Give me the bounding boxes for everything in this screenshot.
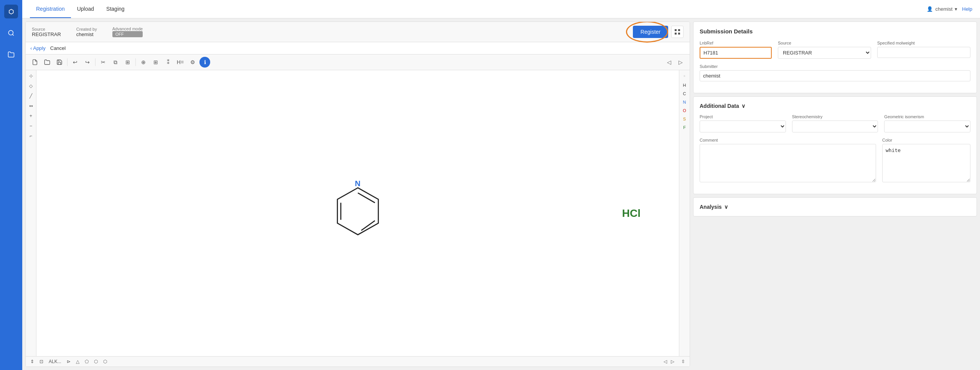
stereo-btn[interactable]: ⊳ xyxy=(65,358,72,365)
prev-btn[interactable]: ◁ xyxy=(664,57,674,68)
search-icon[interactable] xyxy=(4,26,18,40)
folder-icon[interactable] xyxy=(4,48,18,61)
bond-type-btn[interactable]: ⊡ xyxy=(38,358,45,365)
molweight-input[interactable] xyxy=(877,47,970,58)
redo-btn[interactable]: ↪ xyxy=(82,57,93,68)
register-button[interactable]: Register xyxy=(633,26,668,38)
next-btn[interactable]: ▷ xyxy=(675,57,686,68)
chain-tool[interactable]: ↭ xyxy=(27,102,35,110)
toolbar-divider-3 xyxy=(135,58,136,66)
submitter-group: Submitter xyxy=(700,64,970,81)
toolbar-divider-1 xyxy=(67,58,68,66)
app-logo: ⬡ xyxy=(4,5,18,18)
svg-rect-2 xyxy=(675,29,677,31)
help-link[interactable]: Help xyxy=(962,6,972,12)
submitter-label: Submitter xyxy=(700,64,970,69)
select-tool[interactable]: ⊹ xyxy=(27,72,35,80)
settings-btn[interactable]: ⚙ xyxy=(187,57,198,68)
stereo-select[interactable] xyxy=(792,121,878,132)
cancel-button[interactable]: Cancel xyxy=(50,45,66,51)
apply-cancel-bar: ‹ Apply Cancel xyxy=(26,42,690,55)
element-F[interactable]: F xyxy=(683,124,686,131)
sidebar: ⬡ xyxy=(0,0,22,370)
additional-row-2: Comment Color white xyxy=(700,138,970,182)
created-by-field: Created by chemist xyxy=(76,27,97,37)
element-C[interactable]: C xyxy=(683,90,686,97)
canvas-nav: ◁ ▷ xyxy=(662,358,676,365)
zoom-btn[interactable]: ⊕ xyxy=(138,57,149,68)
content-area: Source REGISTRAR Created by chemist Adva… xyxy=(22,18,980,370)
svg-line-7 xyxy=(358,193,375,203)
project-select[interactable] xyxy=(700,121,786,132)
analysis-title[interactable]: Analysis ∨ xyxy=(700,204,728,210)
new-file-btn[interactable] xyxy=(30,57,40,68)
svg-text:N: N xyxy=(355,179,360,187)
ring3-btn[interactable]: △ xyxy=(74,358,81,365)
apply-button[interactable]: ‹ Apply xyxy=(30,45,46,51)
layout-btn[interactable]: ⊞ xyxy=(150,57,161,68)
arrange-btn[interactable]: ⇕ xyxy=(29,358,36,365)
plus-tool[interactable]: + xyxy=(27,112,35,120)
lnbref-label: LnbRef xyxy=(700,41,772,45)
element-H[interactable]: H xyxy=(683,82,686,89)
analysis-title-text: Analysis xyxy=(700,204,722,210)
open-file-btn[interactable] xyxy=(42,57,53,68)
save-btn[interactable] xyxy=(54,57,65,68)
tab-registration[interactable]: Registration xyxy=(30,0,71,18)
svg-line-1 xyxy=(12,34,13,35)
undo-btn[interactable]: ↩ xyxy=(70,57,81,68)
info-btn[interactable]: ℹ xyxy=(199,57,210,68)
stereo-group: Stereochemistry xyxy=(792,114,878,132)
source-select[interactable]: REGISTRAR OTHER xyxy=(778,47,871,59)
advanced-mode-toggle[interactable]: OFF xyxy=(112,31,143,37)
clean-btn[interactable]: ⁑ xyxy=(163,57,173,68)
ring7-btn[interactable]: ⬡ xyxy=(102,358,109,365)
dropdown-icon[interactable]: ▾ xyxy=(955,6,957,12)
canvas-next[interactable]: ▷ xyxy=(669,358,676,365)
editor-area: ⊹ ◇ ╱ ↭ + − ⌐ xyxy=(26,70,690,356)
molecule-canvas[interactable]: N HCl xyxy=(36,70,679,356)
submission-details-section: Submission Details LnbRef Source REGISTR… xyxy=(693,21,977,93)
molecule-drawing: N xyxy=(304,175,412,252)
tab-staging[interactable]: Staging xyxy=(100,0,130,18)
minus-tool[interactable]: − xyxy=(27,122,35,130)
element-palette: ⁘ H C N O S F xyxy=(679,70,690,356)
element-S[interactable]: S xyxy=(683,116,686,122)
canvas-prev[interactable]: ◁ xyxy=(662,358,669,365)
element-O[interactable]: O xyxy=(683,107,686,114)
nav-tabs: Registration Upload Staging xyxy=(30,0,131,18)
tool-sidebar: ⊹ ◇ ╱ ↭ + − ⌐ xyxy=(26,70,36,356)
dots-tool[interactable]: ⁘ xyxy=(680,72,689,80)
text-btn[interactable]: H= xyxy=(175,57,186,68)
toolbar-divider-2 xyxy=(95,58,96,66)
erase-tool[interactable]: ◇ xyxy=(27,82,35,90)
tab-upload[interactable]: Upload xyxy=(71,0,100,18)
cut-btn[interactable]: ✂ xyxy=(98,57,109,68)
bond-tool[interactable]: ╱ xyxy=(27,92,35,100)
additional-title[interactable]: Additional Data ∨ xyxy=(700,103,970,109)
bracket-tool[interactable]: ⌐ xyxy=(27,132,35,140)
svg-rect-4 xyxy=(675,33,677,35)
canvas-scroll[interactable]: ⇳ xyxy=(680,358,687,365)
comment-label: Comment xyxy=(700,138,876,142)
comment-group: Comment xyxy=(700,138,876,182)
source-value: REGISTRAR xyxy=(32,31,61,37)
ring5-btn[interactable]: ⬠ xyxy=(83,358,90,365)
svg-rect-3 xyxy=(678,29,680,31)
submitter-input[interactable] xyxy=(700,70,970,81)
molweight-label: Specified molweight xyxy=(877,41,970,45)
copy-btn[interactable]: ⧉ xyxy=(110,57,121,68)
analysis-header: Analysis ∨ xyxy=(700,204,970,210)
color-textarea[interactable]: white xyxy=(882,144,970,182)
additional-data-section: Additional Data ∨ Project Stereochemistr… xyxy=(693,96,977,194)
paste-btn[interactable]: ⊞ xyxy=(122,57,133,68)
register-area: Register xyxy=(633,26,684,38)
element-N[interactable]: N xyxy=(683,99,686,106)
alkene-btn[interactable]: ALK... xyxy=(47,358,63,365)
grid-options-button[interactable] xyxy=(671,26,684,38)
lnbref-input[interactable] xyxy=(700,47,772,59)
additional-title-text: Additional Data xyxy=(700,103,739,109)
comment-textarea[interactable] xyxy=(700,144,876,182)
ring6-btn[interactable]: ⬡ xyxy=(92,358,99,365)
geo-select[interactable] xyxy=(884,121,970,132)
